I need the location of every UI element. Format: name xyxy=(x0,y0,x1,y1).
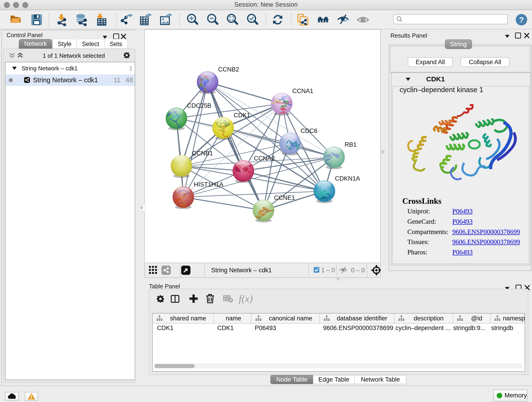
svg-text:HIST1H1A: HIST1H1A xyxy=(194,181,223,188)
svg-text:CCNA1: CCNA1 xyxy=(292,88,313,95)
svg-text:f(x): f(x) xyxy=(239,293,253,304)
svg-text:CDC25B: CDC25B xyxy=(187,102,211,109)
svg-text:CCNB2: CCNB2 xyxy=(218,66,239,73)
svg-text:?: ? xyxy=(519,15,524,24)
svg-text:CDKN1A: CDKN1A xyxy=(335,175,360,182)
svg-text:CCNE1: CCNE1 xyxy=(274,194,295,201)
svg-text:CDC6: CDC6 xyxy=(301,128,317,134)
svg-text:CCNA2: CCNA2 xyxy=(254,155,275,162)
svg-text:CDK1: CDK1 xyxy=(234,112,250,119)
svg-text:RB1: RB1 xyxy=(345,141,357,148)
svg-text:CCNB1: CCNB1 xyxy=(192,150,213,157)
